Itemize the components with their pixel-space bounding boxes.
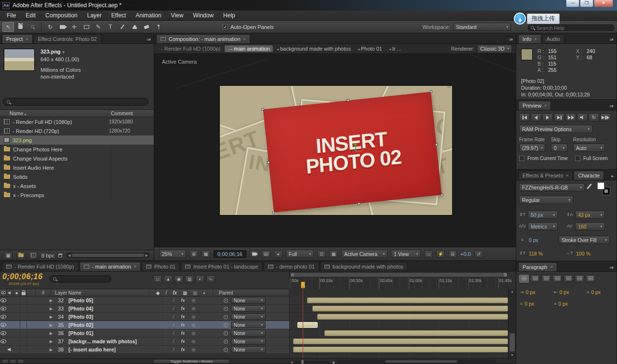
new-composition-icon[interactable] [29,252,38,259]
auto-open-checkbox[interactable] [223,24,228,29]
selection-handle[interactable] [267,161,269,163]
close-icon[interactable]: × [534,37,537,41]
solo-column-icon[interactable]: ● [13,289,20,296]
view-layout-dropdown[interactable]: 1 View [391,250,421,258]
layer-visibility-toggle[interactable] [0,315,7,319]
puppet-pin-tool[interactable] [153,22,164,32]
layer-lock-toggle[interactable] [20,329,27,337]
tab-project[interactable]: Project× [2,34,33,43]
time-navigator[interactable] [291,273,507,277]
scroll-thumb[interactable] [510,333,515,351]
panel-menu-icon[interactable]: ≡▾ [147,37,152,43]
minimize-button[interactable]: — [566,0,579,7]
scroll-right-arrow[interactable]: ▶ [146,254,148,257]
timeline-hscrollbar[interactable] [337,360,496,363]
toggle-switches-modes-button[interactable]: Toggle Switches / Modes [153,359,229,364]
align-right-button[interactable] [541,275,551,283]
layer-name[interactable]: [- insert audio here] [66,347,160,352]
selection-handle[interactable] [441,194,443,196]
timeline-tab[interactable]: - demo photo 01 × [264,262,319,271]
layer-duration-bar[interactable] [312,306,508,311]
pickwhip-icon[interactable] [224,339,228,344]
selection-handle[interactable] [272,212,275,214]
motion-blur-icon[interactable]: ◐ [196,275,204,283]
layer-visibility-toggle[interactable] [0,307,7,310]
breadcrumb-item[interactable]: Photo 01 [355,45,385,52]
video-column-icon[interactable] [0,289,7,296]
tab-preview[interactable]: Preview× [518,101,551,110]
delete-icon[interactable] [58,254,62,257]
timeline-tab[interactable]: Insert Photo 01 - landscape × [181,262,263,271]
layer-lock-toggle[interactable] [20,305,27,312]
layer-solo-toggle[interactable] [13,305,20,312]
mask-visibility-icon[interactable]: ▦ [201,250,210,258]
zoom-tool[interactable] [27,22,38,32]
interpret-footage-icon[interactable]: ▦ [4,252,13,259]
layer-expand-arrow[interactable]: ▶ [47,323,55,327]
layer-solo-toggle[interactable] [13,321,20,329]
layer-expand-arrow[interactable]: ▶ [47,307,55,311]
menu-item[interactable]: Window [188,11,218,20]
selection-handle[interactable] [358,202,360,205]
pickwhip-icon[interactable] [224,331,228,336]
parent-dropdown[interactable]: None [231,313,266,320]
clone-stamp-tool[interactable] [129,22,140,32]
parent-dropdown[interactable]: None [231,338,266,345]
layer-name-column[interactable]: Layer Name [51,289,149,296]
close-icon[interactable]: × [550,265,552,270]
tab-effect-controls[interactable]: Effect Controls: Photo 02 [34,34,101,43]
parent-dropdown[interactable]: None [231,322,266,328]
exposure-value[interactable]: +0.0 [460,251,471,257]
channels-icon[interactable]: ◕ [274,250,282,258]
layer-solo-toggle[interactable] [13,337,20,345]
project-item-row[interactable]: Change Visual Aspects [0,154,154,163]
scroll-down-arrow[interactable]: ▼ [509,352,516,358]
fill-color-swatch[interactable] [597,182,604,189]
search-help-input[interactable] [537,25,604,31]
horizontal-scale-value[interactable]: 100 % [576,251,590,256]
layer-visibility-toggle[interactable] [0,331,7,335]
scroll-up-arrow[interactable]: ▲ [509,289,516,295]
pickwhip-icon[interactable] [224,307,228,311]
layer-name[interactable]: [backgr... made with photos] [66,338,160,344]
menu-item[interactable]: Animation [131,11,166,20]
timeline-layer-row[interactable]: ▶ 33 [Photo 04] ·/fx◎ None [0,305,289,313]
close-button[interactable]: ✕ [594,0,613,7]
upload-cloud-icon[interactable] [514,13,526,25]
renderer-button[interactable]: Classic 3D [477,45,512,53]
brush-tool[interactable] [117,22,128,32]
menu-item[interactable]: Edit [21,11,40,20]
skip-dropdown[interactable]: 0 [551,144,567,152]
region-of-interest-icon[interactable]: ⊡ [317,250,326,258]
layer-expand-arrow[interactable]: ▶ [47,339,55,344]
project-item-row[interactable]: - Render HD (720p) 1280x720 [0,126,154,135]
project-item-row[interactable]: x - Assets [0,181,154,190]
view-dropdown[interactable]: Active Camera [341,250,388,258]
pen-tool[interactable]: ✎ [93,22,104,32]
pickwhip-icon[interactable] [224,315,228,319]
layer-duration-bar[interactable] [317,314,508,320]
timeline-layer-row[interactable]: ▶ 37 [backgr... made with photos] ·/fx◎ … [0,337,289,346]
breadcrumb-item[interactable]: - main animation [225,45,273,52]
timeline-tab[interactable]: - main animation × [80,262,141,271]
hand-tool[interactable] [14,22,26,32]
pan-behind-tool[interactable]: ✛ [68,22,80,32]
parent-dropdown[interactable]: None [231,305,266,312]
layer-visibility-toggle[interactable] [0,323,7,327]
tab-info[interactable]: Info× [518,34,541,43]
tab-character[interactable]: Characte [574,171,604,180]
layer-name[interactable]: [Photo 02] [66,322,160,328]
composition-image[interactable]: INSERT PHOTO INSERT PHOTO INSERT PHOTO I… [220,86,452,215]
expand-in-out-icon[interactable] [10,359,16,364]
pickwhip-icon[interactable] [224,298,228,303]
layer-duration-bar[interactable] [297,322,317,328]
timeline-button-icon[interactable]: ⊟ [448,250,457,258]
expand-render-time-icon[interactable] [17,359,24,364]
ram-preview-options-dropdown[interactable]: RAM Preview Options [519,125,592,133]
shape-tool[interactable] [80,22,92,32]
timeline-layer-row[interactable]: ▶ 32 [Photo 05] ·/fx◎ None [0,297,289,305]
zoom-out-icon[interactable]: ▲ [290,360,294,364]
viewport-timecode[interactable]: 0;00;06;16 [214,250,246,258]
selection-handle[interactable] [261,108,264,110]
layer-duration-bar[interactable] [307,297,508,303]
